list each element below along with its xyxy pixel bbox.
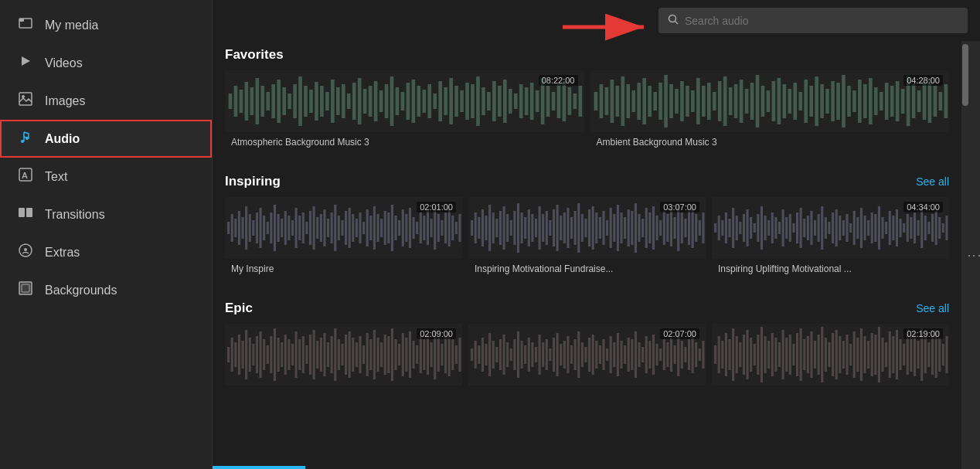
svg-rect-221 [481, 209, 484, 246]
svg-rect-61 [449, 78, 453, 124]
svg-rect-528 [878, 327, 880, 382]
svg-rect-22 [240, 90, 243, 113]
audio-card-ep2[interactable]: 02:07:00 [468, 324, 706, 395]
svg-rect-248 [577, 203, 580, 253]
search-bar[interactable] [658, 8, 968, 33]
waveform-fav2: 04:28:00 [590, 70, 950, 132]
audio-card-fav2[interactable]: 04:28:00 [590, 70, 950, 152]
svg-rect-534 [900, 339, 902, 370]
svg-rect-182 [334, 205, 336, 251]
svg-rect-53 [407, 83, 410, 120]
svg-rect-313 [818, 214, 820, 242]
svg-rect-175 [309, 211, 311, 245]
svg-rect-352 [234, 342, 236, 367]
sidebar-item-videos[interactable]: Videos [0, 44, 212, 82]
svg-rect-59 [438, 81, 442, 121]
svg-rect-184 [341, 220, 343, 236]
svg-rect-319 [839, 216, 841, 240]
svg-rect-95 [642, 78, 646, 124]
svg-rect-41 [342, 84, 345, 118]
svg-rect-443 [567, 336, 569, 373]
sidebar-item-extras[interactable]: Extras [0, 233, 212, 271]
sidebar-item-text[interactable]: A Text [0, 158, 212, 195]
inspiring-section: Inspiring See all 02:01:00 [225, 168, 949, 279]
svg-rect-82 [563, 81, 567, 121]
my-media-icon [17, 15, 34, 35]
svg-rect-271 [659, 220, 662, 236]
audio-card-ins2[interactable]: 03:07:00 [468, 197, 706, 279]
svg-rect-281 [695, 214, 697, 242]
svg-rect-278 [684, 219, 686, 237]
svg-rect-499 [774, 338, 777, 372]
svg-rect-398 [398, 344, 400, 365]
svg-rect-127 [815, 76, 818, 126]
favorites-grid: 08:22:00 [225, 70, 949, 152]
svg-rect-542 [927, 342, 930, 367]
sidebar-item-backgrounds[interactable]: Backgrounds [0, 271, 212, 309]
svg-rect-147 [922, 83, 926, 120]
images-icon [17, 91, 34, 110]
svg-rect-295 [754, 223, 756, 233]
svg-rect-421 [488, 333, 491, 376]
svg-rect-345 [931, 214, 934, 242]
svg-rect-435 [539, 335, 541, 375]
svg-rect-97 [653, 92, 657, 110]
sidebar-item-transitions[interactable]: Transitions [0, 195, 212, 233]
svg-rect-230 [513, 211, 516, 245]
svg-rect-509 [810, 331, 812, 378]
search-input[interactable] [685, 15, 958, 27]
svg-rect-531 [889, 331, 891, 378]
svg-rect-297 [761, 206, 763, 250]
svg-rect-183 [338, 216, 340, 240]
side-handle[interactable]: ⋮ [969, 41, 980, 469]
svg-rect-489 [739, 342, 741, 367]
audio-card-ins3[interactable]: 04:34:00 [712, 197, 949, 279]
svg-rect-167 [281, 219, 283, 237]
sidebar-item-audio[interactable]: Audio [0, 120, 212, 158]
svg-rect-216 [455, 222, 458, 234]
svg-rect-329 [874, 214, 876, 242]
svg-rect-445 [574, 339, 577, 370]
svg-rect-189 [359, 212, 361, 243]
svg-rect-123 [793, 83, 797, 120]
svg-rect-205 [416, 222, 418, 234]
svg-rect-546 [942, 344, 944, 365]
label-ins2: Inspiring Motivational Fundraise... [468, 259, 706, 279]
svg-rect-420 [485, 344, 487, 365]
svg-rect-451 [595, 341, 597, 369]
svg-rect-332 [885, 222, 887, 234]
svg-rect-87 [599, 84, 603, 118]
svg-rect-185 [345, 211, 347, 245]
svg-rect-26 [260, 86, 264, 117]
waveform-ep3: 02:19:00 [712, 324, 949, 386]
svg-rect-192 [369, 216, 372, 240]
svg-rect-299 [767, 220, 770, 236]
svg-rect-153 [231, 214, 233, 242]
header [213, 0, 980, 41]
inspiring-see-all[interactable]: See all [916, 175, 949, 188]
duration-fav1: 08:22:00 [539, 75, 578, 86]
svg-rect-525 [867, 341, 869, 369]
audio-card-ins1[interactable]: 02:01:00 [225, 197, 462, 279]
main-content: Favorites 08:22:00 [213, 0, 980, 469]
svg-rect-247 [574, 211, 577, 245]
sidebar-item-images[interactable]: Images [0, 82, 212, 120]
svg-rect-331 [882, 217, 884, 239]
svg-rect-272 [663, 211, 665, 245]
svg-rect-148 [927, 80, 931, 123]
sidebar-item-my-media[interactable]: My media [0, 6, 212, 44]
app-container: My media Videos Images [0, 0, 980, 469]
svg-rect-92 [626, 84, 630, 118]
svg-rect-219 [475, 212, 477, 243]
svg-rect-452 [599, 345, 601, 364]
audio-card-ep3[interactable]: 02:19:00 [712, 324, 949, 395]
svg-rect-503 [789, 335, 791, 375]
audio-card-fav1[interactable]: 08:22:00 [225, 70, 584, 152]
scrollbar-thumb[interactable] [962, 44, 968, 106]
epic-see-all[interactable]: See all [916, 302, 949, 314]
svg-rect-524 [863, 336, 866, 373]
svg-rect-263 [631, 211, 633, 245]
svg-rect-502 [785, 338, 788, 372]
side-handle-dots-icon: ⋮ [966, 249, 980, 261]
audio-card-ep1[interactable]: 02:09:00 [225, 324, 462, 395]
